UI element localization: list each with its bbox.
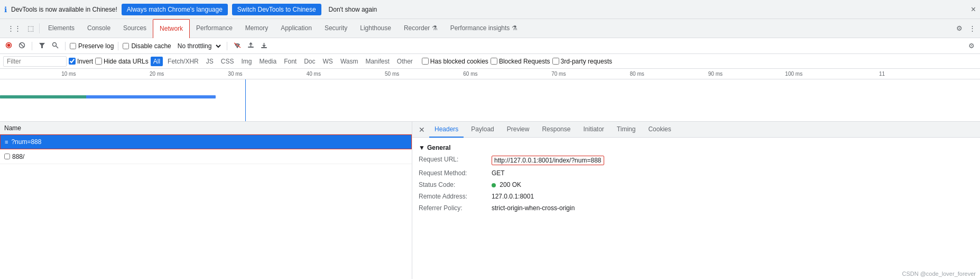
svg-line-6 bbox=[56, 46, 58, 48]
info-bar: ℹ DevTools is now available in Chinese! … bbox=[0, 0, 980, 19]
filter-type-manifest[interactable]: Manifest bbox=[363, 57, 392, 66]
invert-filter-label[interactable]: Invert bbox=[69, 58, 93, 65]
general-section-header[interactable]: ▼ General bbox=[419, 142, 974, 154]
network-settings-icon[interactable]: ⚙ bbox=[966, 41, 977, 51]
details-tab-headers[interactable]: Headers bbox=[429, 122, 464, 138]
hide-data-urls-label[interactable]: Hide data URLs bbox=[95, 58, 149, 65]
filter-input[interactable] bbox=[3, 56, 67, 67]
tab-sources[interactable]: Sources bbox=[117, 19, 153, 38]
requests-panel: Name ≡ ?num=888 888/ bbox=[0, 122, 412, 279]
preserve-log-checkbox[interactable] bbox=[70, 43, 76, 49]
filter-type-all[interactable]: All bbox=[151, 57, 163, 66]
tick-60ms: 60 ms bbox=[463, 71, 477, 77]
blocked-requests-label[interactable]: Blocked Requests bbox=[491, 58, 550, 65]
filter-type-media[interactable]: Media bbox=[256, 57, 279, 66]
filter-type-wasm[interactable]: Wasm bbox=[338, 57, 361, 66]
filter-type-fetch-xhr[interactable]: Fetch/XHR bbox=[165, 57, 201, 66]
third-party-checkbox[interactable] bbox=[552, 58, 559, 65]
tick-40ms: 40 ms bbox=[307, 71, 321, 77]
filter-icon bbox=[39, 42, 45, 49]
requests-header: Name bbox=[0, 122, 412, 134]
tab-elements[interactable]: Elements bbox=[42, 19, 81, 38]
has-blocked-cookies-checkbox[interactable] bbox=[422, 58, 429, 65]
preserve-log-label[interactable]: Preserve log bbox=[70, 42, 114, 50]
blocked-requests-checkbox[interactable] bbox=[491, 58, 497, 65]
third-party-label[interactable]: 3rd-party requests bbox=[552, 58, 612, 65]
hide-data-urls-checkbox[interactable] bbox=[95, 58, 102, 65]
switch-chinese-button[interactable]: Switch DevTools to Chinese bbox=[232, 4, 321, 15]
detail-row-request-method: Request Method: GET bbox=[419, 167, 974, 179]
svg-marker-4 bbox=[39, 43, 45, 48]
disable-cache-checkbox[interactable] bbox=[123, 43, 129, 49]
details-tab-cookies[interactable]: Cookies bbox=[643, 122, 676, 138]
tick-10ms: 10 ms bbox=[61, 71, 76, 77]
tick-70ms: 70 ms bbox=[551, 71, 566, 77]
req1-name: ?num=888 bbox=[11, 138, 41, 146]
request-row-2[interactable]: 888/ bbox=[0, 149, 412, 164]
info-bar-text: DevTools is now available in Chinese! bbox=[11, 6, 117, 13]
settings-icon[interactable]: ⚙ bbox=[954, 23, 965, 33]
clear-button[interactable] bbox=[16, 41, 27, 51]
devtools-icons: ⋮⋮ ⬚ bbox=[2, 23, 40, 33]
requests-list: ≡ ?num=888 888/ bbox=[0, 134, 412, 279]
tab-memory[interactable]: Memory bbox=[239, 19, 274, 38]
blocked-requests-text: Blocked Requests bbox=[499, 58, 550, 65]
preserve-log-text: Preserve log bbox=[78, 42, 114, 50]
record-button[interactable] bbox=[3, 41, 14, 51]
filter-toggle-button[interactable] bbox=[36, 41, 48, 51]
referrer-policy-value: strict-origin-when-cross-origin bbox=[492, 204, 575, 212]
details-tab-preview[interactable]: Preview bbox=[502, 122, 535, 138]
filter-type-img[interactable]: Img bbox=[238, 57, 254, 66]
filter-type-other[interactable]: Other bbox=[394, 57, 415, 66]
detail-row-status-code: Status Code: 200 OK bbox=[419, 179, 974, 191]
req1-doc-icon: ≡ bbox=[5, 139, 8, 145]
close-infobar-button[interactable]: × bbox=[971, 5, 976, 14]
request-row-1[interactable]: ≡ ?num=888 bbox=[0, 134, 412, 149]
remote-address-label: Remote Address: bbox=[419, 193, 487, 200]
tab-console[interactable]: Console bbox=[81, 19, 117, 38]
general-title: General bbox=[427, 144, 451, 151]
throttle-select[interactable]: No throttling Slow 3G Fast 3G Offline Cu… bbox=[173, 41, 223, 51]
wifi-icon bbox=[234, 42, 241, 49]
more-options-icon[interactable]: ⋮ bbox=[967, 23, 978, 33]
toggle-device-icon[interactable]: ⬚ bbox=[25, 23, 36, 33]
search-button[interactable] bbox=[50, 41, 61, 51]
request-url-value: http://127.0.0.1:8001/index/?num=888 bbox=[492, 156, 604, 165]
filter-type-css[interactable]: CSS bbox=[218, 57, 237, 66]
has-blocked-cookies-label[interactable]: Has blocked cookies bbox=[422, 58, 488, 65]
req2-checkbox[interactable] bbox=[4, 154, 10, 159]
svg-point-7 bbox=[237, 47, 238, 48]
wifi-icon-button[interactable] bbox=[232, 41, 243, 51]
referrer-policy-label: Referrer Policy: bbox=[419, 204, 487, 212]
details-tab-payload[interactable]: Payload bbox=[466, 122, 499, 138]
third-party-text: 3rd-party requests bbox=[561, 58, 612, 65]
tab-application[interactable]: Application bbox=[274, 19, 318, 38]
filter-type-js[interactable]: JS bbox=[204, 57, 216, 66]
disable-cache-label[interactable]: Disable cache bbox=[123, 42, 171, 50]
tab-recorder[interactable]: Recorder ⚗ bbox=[397, 19, 444, 38]
customize-devtools-icon[interactable]: ⋮⋮ bbox=[5, 23, 23, 33]
invert-checkbox[interactable] bbox=[69, 58, 76, 65]
tab-performance-insights[interactable]: Performance insights ⚗ bbox=[444, 19, 524, 38]
tab-security[interactable]: Security bbox=[318, 19, 354, 38]
req2-checkbox-input[interactable] bbox=[4, 154, 10, 159]
match-language-button[interactable]: Always match Chrome's language bbox=[122, 4, 228, 15]
details-tab-timing[interactable]: Timing bbox=[612, 122, 641, 138]
close-details-button[interactable]: ✕ bbox=[417, 124, 427, 135]
filter-type-ws[interactable]: WS bbox=[320, 57, 336, 66]
details-tab-response[interactable]: Response bbox=[537, 122, 576, 138]
details-tab-initiator[interactable]: Initiator bbox=[578, 122, 609, 138]
export-har-button[interactable] bbox=[258, 41, 270, 51]
tab-performance[interactable]: Performance bbox=[190, 19, 239, 38]
import-har-button[interactable] bbox=[245, 41, 256, 51]
tab-lighthouse[interactable]: Lighthouse bbox=[354, 19, 397, 38]
dismiss-button[interactable]: Don't show again bbox=[326, 4, 381, 15]
record-icon bbox=[5, 42, 12, 49]
has-blocked-cookies-text: Has blocked cookies bbox=[430, 58, 488, 65]
filter-type-doc[interactable]: Doc bbox=[301, 57, 318, 66]
waterfall-bar-green bbox=[0, 95, 216, 98]
filter-type-font[interactable]: Font bbox=[281, 57, 299, 66]
hide-data-urls-text: Hide data URLs bbox=[104, 58, 149, 65]
tick-30ms: 30 ms bbox=[228, 71, 242, 77]
tab-network[interactable]: Network bbox=[153, 19, 190, 38]
